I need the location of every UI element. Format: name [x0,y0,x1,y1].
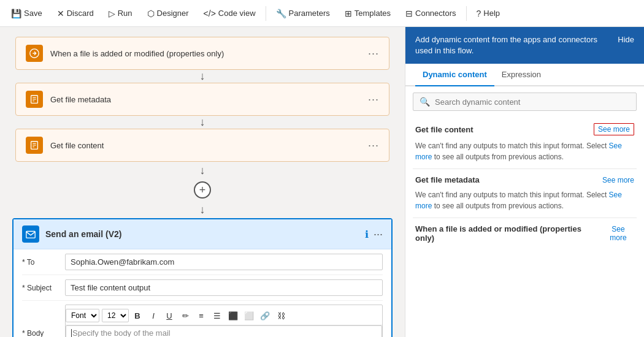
font-select-group: Font [66,309,99,322]
underline-button[interactable]: U [162,308,177,323]
section-title-trigger: When a file is added or modified (proper… [415,224,602,243]
see-more-file-content-button[interactable]: See more [594,123,634,135]
save-button[interactable]: 💾 Save [5,5,48,22]
panel-search: 🔍 [405,86,644,117]
arrow4: ↓ [200,201,205,218]
search-box: 🔍 [413,93,637,111]
subject-input[interactable] [65,279,383,296]
numbered-list-button[interactable]: ☰ [210,308,224,323]
arrow2: ↓ [200,116,205,129]
to-field-row: * To [22,249,383,275]
toolbar: 💾 Save ✕ Discard ▷ Run ⬡ Designer </> Co… [0,0,644,27]
body-content-area: Font 12 B I U [65,305,383,337]
to-input[interactable] [65,254,383,270]
size-select[interactable]: 12 [102,309,129,322]
flow-step-trigger[interactable]: When a file is added or modified (proper… [15,37,389,70]
arrow3: ↓ [200,162,205,179]
run-icon: ▷ [109,9,115,18]
templates-button[interactable]: ⊞ Templates [339,5,397,22]
metadata-icon [26,91,43,108]
metadata-more[interactable]: ··· [368,93,379,106]
hide-button[interactable]: Hide [618,34,634,44]
main-layout: When a file is added or modified (proper… [0,27,644,337]
email-icon [22,225,39,243]
section-trigger: When a file is added or modified (proper… [413,218,637,246]
size-select-group: 12 [101,309,129,322]
metadata-label: Get file metadata [50,95,361,104]
email-action-card: Send an email (V2) ℹ ··· * To * Subject [12,218,393,337]
bold-button[interactable]: B [130,308,145,323]
arrow1: ↓ [200,70,205,83]
parameters-button[interactable]: 🔧 Parameters [270,5,336,22]
help-button[interactable]: ? Help [470,5,507,22]
trigger-more[interactable]: ··· [368,47,379,60]
subject-label: * Subject [22,284,65,292]
content-icon [26,137,43,154]
tab-expression[interactable]: Expression [494,64,548,86]
email-card-title: Send an email (V2) [45,229,359,239]
trigger-label: When a file is added or modified (proper… [50,49,361,58]
email-card-actions: ℹ ··· [365,228,383,241]
flow-step-content[interactable]: Get file content ··· [15,129,389,162]
search-icon: 🔍 [420,97,430,107]
divider2 [466,6,467,21]
see-more-trigger-button[interactable]: See more [602,225,634,242]
content-label: Get file content [50,141,361,150]
body-placeholder: Specify the body of the mail [72,328,171,337]
discard-button[interactable]: ✕ Discard [51,5,100,22]
templates-icon: ⊞ [345,9,352,18]
info-icon[interactable]: ℹ [365,229,369,240]
font-select[interactable]: Font [66,309,99,322]
code-view-button[interactable]: </> Code view [197,5,262,22]
unlink-button[interactable]: ⛓ [274,308,288,323]
panel-tabs: Dynamic content Expression [405,64,644,86]
svg-rect-9 [26,232,35,238]
cursor [71,329,72,337]
body-toolbar: Font 12 B I U [66,305,382,325]
parameters-icon: 🔧 [276,9,286,18]
section-title-get-file-content: Get file content [415,125,473,134]
connectors-button[interactable]: ⊟ Connectors [399,5,462,22]
search-input[interactable] [435,97,630,107]
right-panel: Add dynamic content from the apps and co… [405,27,644,337]
email-more-icon[interactable]: ··· [374,228,383,241]
body-field-row: * Body Font 1 [22,301,383,337]
see-more-file-metadata-button[interactable]: See more [602,176,634,184]
designer-icon: ⬡ [147,9,155,18]
align-right-button[interactable]: ⬜ [242,308,256,323]
add-step-button[interactable]: + [194,181,211,199]
section-desc-get-file-content: We can't find any outputs to match this … [413,139,637,166]
flow-canvas: When a file is added or modified (proper… [0,27,405,337]
connectors-icon: ⊟ [405,9,413,18]
code-icon: </> [204,9,216,18]
align-left-button[interactable]: ⬛ [226,308,240,323]
divider [266,6,266,21]
content-more[interactable]: ··· [368,139,379,152]
discard-icon: ✕ [57,9,64,18]
panel-header-text: Add dynamic content from the apps and co… [415,34,613,56]
save-icon: 💾 [11,9,21,18]
section-title-get-file-metadata: Get file metadata [415,175,480,184]
panel-header: Add dynamic content from the apps and co… [405,27,644,64]
link-button[interactable]: 🔗 [258,308,272,323]
bullet-list-button[interactable]: ≡ [194,308,209,323]
tab-dynamic-content[interactable]: Dynamic content [415,64,494,86]
section-get-file-metadata: Get file metadata See more [413,168,637,188]
body-editor[interactable]: Specify the body of the mail [66,325,382,337]
italic-button[interactable]: I [146,308,161,323]
subject-field-row: * Subject [22,275,383,301]
help-icon: ? [477,9,481,18]
run-button[interactable]: ▷ Run [102,5,139,22]
designer-button[interactable]: ⬡ Designer [141,5,195,22]
section-desc-get-file-metadata: We can't find any outputs to match this … [413,188,637,215]
trigger-icon [26,45,43,62]
email-card-header: Send an email (V2) ℹ ··· [13,219,391,249]
to-label: * To [22,258,65,267]
body-label: * Body [22,305,65,337]
panel-sections: Get file content See more We can't find … [405,117,644,337]
section-get-file-content: Get file content See more [413,117,637,139]
flow-step-metadata[interactable]: Get file metadata ··· [15,83,389,116]
email-card-body: * To * Subject * Body [13,249,391,337]
pen-button[interactable]: ✏ [178,308,193,323]
